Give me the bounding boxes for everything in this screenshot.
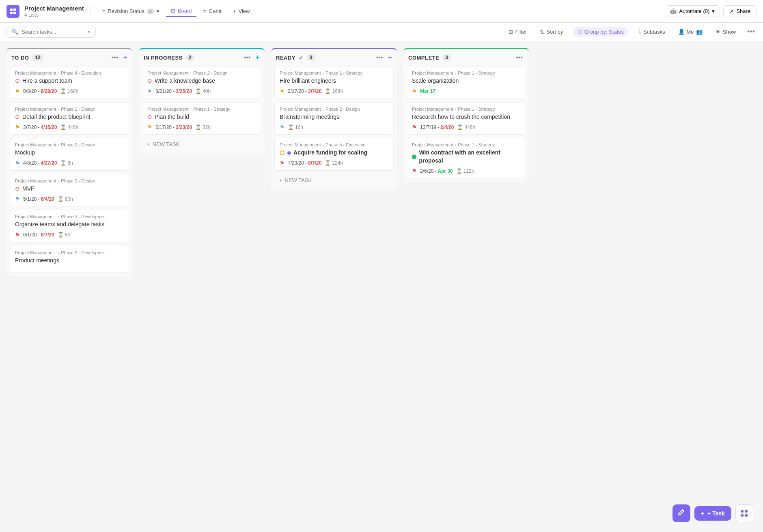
task-card[interactable]: Project Manageme... › Phase 3 - Developm… (10, 210, 129, 242)
task-card[interactable]: Project Management › Phase 1 - Strategy … (274, 66, 394, 99)
time-estimate: ⌛80h (58, 196, 73, 202)
priority-icon: ⊖ (15, 77, 20, 85)
tab-view[interactable]: + View (228, 6, 255, 17)
share-button[interactable]: ↗ Share (723, 5, 757, 17)
card-meta: ⚑ 3/21/20 - 3/25/20 ⌛40h (147, 88, 256, 94)
task-card[interactable]: Project Management › Phase 1 - Strategy … (407, 138, 526, 178)
time-estimate: ⌛112h (456, 168, 474, 174)
tab-revision[interactable]: ≡ Revision Status 2 ▾ (97, 6, 164, 17)
search-icon: 🔍 (12, 29, 18, 35)
date-range: 6/1/20 - 6/7/20 (23, 232, 54, 238)
new-task-button[interactable]: +NEW TASK (274, 174, 394, 187)
flag-icon: ⚑ (280, 88, 285, 94)
priority-dot-icon (412, 154, 416, 159)
column-header-inprogress: IN PROGRESS 2 ••• + (139, 49, 265, 66)
card-title: ⊖Plan the build (147, 113, 256, 121)
filter-button[interactable]: ⊟ Filter (505, 27, 530, 36)
plus-icon: + (701, 510, 704, 517)
cards-todo: Project Management › Phase 4 - Execution… (6, 66, 132, 276)
search-box[interactable]: 🔍 ▾ (6, 26, 96, 38)
automate-button[interactable]: 🤖 Automate (0) ▾ (665, 5, 720, 17)
task-card[interactable]: Project Management › Phase 2 - Design ⊖M… (10, 174, 129, 207)
card-meta: ⚑ 7/23/20 - 8/7/20 ⌛224h (280, 160, 388, 166)
chevron-down-icon: ▾ (712, 8, 715, 14)
card-title: Organize teams and delegate tasks (15, 221, 124, 229)
column-count: 2 (186, 54, 194, 61)
column-todo: TO DO 12 ••• + Project Management › Phas… (6, 48, 132, 276)
date-range: 2/17/20 - 2/23/20 (155, 124, 192, 130)
divider (91, 5, 91, 17)
card-path: Project Management › Phase 2 - Design (15, 178, 124, 183)
grid-view-button[interactable] (735, 504, 753, 522)
column-header-ready: READY✓ 3 ••• + (271, 49, 397, 66)
task-card[interactable]: Project Management › Phase 2 - Design ⊖D… (10, 102, 129, 135)
subtasks-button[interactable]: ⤵ Subtasks (635, 27, 668, 36)
column-add-button[interactable]: + (255, 54, 260, 62)
card-title: Mockup (15, 149, 124, 157)
date-range: 4/8/20 - 4/27/20 (23, 160, 57, 166)
new-task-button[interactable]: +NEW TASK (142, 138, 261, 150)
time-estimate: ⌛16h (288, 124, 303, 130)
card-path: Project Management › Phase 2 - Design (280, 107, 388, 112)
flag-icon: ⚑ (412, 168, 417, 174)
task-card[interactable]: Project Management › Phase 4 - Execution… (274, 138, 394, 171)
column-add-button[interactable]: + (388, 54, 392, 62)
card-title: ⊖Write a knowledge base (147, 77, 256, 85)
time-estimate: ⌛448h (457, 124, 475, 130)
priority-icon: ⊖ (147, 77, 152, 85)
add-task-button[interactable]: + + Task (694, 506, 731, 521)
column-add-button[interactable]: + (123, 54, 127, 62)
card-path: Project Management › Phase 1 - Strategy (280, 71, 388, 75)
card-title: Win contract with an excellent proposal (412, 149, 521, 165)
card-title: Research how to crush the competition (412, 113, 521, 121)
card-path: Project Management › Phase 4 - Execution (280, 142, 388, 147)
column-more-button[interactable]: ••• (375, 53, 385, 62)
sort-button[interactable]: ⇅ Sort by (537, 27, 566, 36)
priority-diamond-icon: ◆ (287, 149, 291, 157)
tab-gantt[interactable]: ≡ Gantt (198, 6, 226, 17)
task-card[interactable]: Project Management › Phase 2 - Design Mo… (10, 138, 129, 171)
svg-rect-2 (10, 12, 13, 14)
card-meta: ⚑ Mar 17 (412, 88, 521, 94)
time-estimate: ⌛8h (58, 232, 70, 238)
card-title: ⊖Hire a support team (15, 77, 124, 85)
card-title: Product meetings (15, 257, 124, 265)
flag-icon: ⚑ (147, 88, 152, 94)
column-more-button[interactable]: ••• (110, 53, 120, 62)
top-bar: Project Management 4 Lists ≡ Revision St… (0, 0, 763, 23)
column-title: READY (276, 55, 295, 61)
task-card[interactable]: Project Management › Phase 4 - Execution… (10, 66, 129, 99)
card-path: Project Management › Phase 1 - Strategy (147, 107, 256, 112)
list-icon: ≡ (102, 8, 106, 14)
plus-icon: + (233, 8, 236, 14)
column-more-button[interactable]: ••• (242, 53, 252, 62)
card-title: ◆Acquire funding for scaling (280, 149, 388, 157)
group-by-button[interactable]: ⬡ Group by: Status (573, 27, 629, 36)
project-subtitle: 4 Lists (24, 12, 84, 18)
flag-icon: ⚑ (147, 124, 152, 130)
column-title: COMPLETE (408, 55, 439, 61)
search-input[interactable] (22, 29, 78, 35)
edit-button[interactable] (672, 504, 690, 522)
task-card[interactable]: Project Management › Phase 1 - Strategy … (407, 102, 526, 135)
date-range: 7/23/20 - 8/7/20 (288, 160, 321, 166)
card-meta: ⚑ 12/7/19 - 2/4/20 ⌛448h (412, 124, 521, 130)
more-options-button[interactable]: ••• (746, 28, 757, 36)
card-path: Project Management › Phase 2 - Design (15, 142, 124, 147)
group-icon: ⬡ (578, 29, 582, 35)
task-card[interactable]: Project Management › Phase 2 - Design ⊖W… (142, 66, 261, 99)
task-card[interactable]: Project Manageme... › Phase 3 - Developm… (10, 246, 129, 272)
card-title: ⊖Detail the product blueprint (15, 113, 124, 121)
column-more-button[interactable]: ••• (514, 53, 524, 62)
me-button[interactable]: 👤 Me 👥 (675, 27, 706, 36)
show-button[interactable]: 👁 Show (712, 27, 739, 36)
time-estimate: ⌛40h (195, 88, 211, 94)
svg-rect-7 (745, 514, 748, 517)
task-card[interactable]: Project Management › Phase 1 - Strategy … (407, 66, 526, 99)
time-estimate: ⌛168h (60, 88, 78, 94)
task-card[interactable]: Project Management › Phase 1 - Strategy … (142, 102, 261, 135)
task-card[interactable]: Project Management › Phase 2 - Design Br… (274, 102, 394, 135)
check-icon: ✓ (299, 54, 304, 61)
tab-board[interactable]: ⊞ Board (166, 5, 197, 17)
priority-circle-icon (280, 150, 285, 155)
